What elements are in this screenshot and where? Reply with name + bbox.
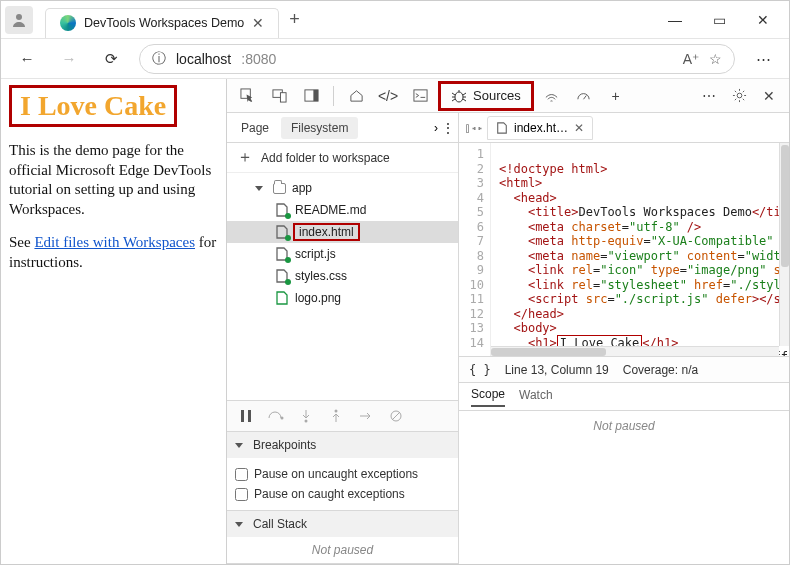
svg-point-12 [305,420,308,423]
address-bar[interactable]: ⓘ localhost:8080 A⁺ ☆ [139,44,735,74]
sources-tab[interactable]: Sources [438,81,534,111]
folder-row[interactable]: app [227,177,458,199]
profile-button[interactable] [5,6,33,34]
code-body[interactable]: <!doctype html> <html> <head> <title>Dev… [491,143,789,356]
minimize-button[interactable]: — [653,2,697,38]
svg-rect-6 [413,90,426,101]
breakpoints-header[interactable]: Breakpoints [227,432,458,458]
section-label: Breakpoints [253,438,316,452]
file-icon [275,291,289,305]
browser-window: DevTools Workspaces Demo ✕ + — ▭ ✕ ← → ⟳… [0,0,790,565]
scope-not-paused: Not paused [593,419,654,433]
devtools-more-button[interactable]: ⋯ [695,83,723,109]
nav-chevron-icon[interactable]: › [434,121,438,135]
file-script[interactable]: script.js [227,243,458,265]
step-button[interactable] [355,405,377,427]
pause-uncaught-checkbox[interactable]: Pause on uncaught exceptions [235,464,450,484]
page-preview: I Love Cake This is the demo page for th… [1,79,226,564]
site-info-icon[interactable]: ⓘ [152,50,166,68]
devtools-settings-button[interactable] [725,83,753,109]
file-readme[interactable]: README.md [227,199,458,221]
checkbox[interactable] [235,488,248,501]
filesystem-tree: app README.md index.html script.js [227,173,458,313]
inspect-icon[interactable] [233,83,261,109]
devtools-close-button[interactable]: ✕ [755,83,783,109]
file-label: index.html [299,225,354,239]
checkbox-label: Pause on caught exceptions [254,487,405,501]
breakpoints-section: Breakpoints Pause on uncaught exceptions… [227,432,458,511]
pause-button[interactable] [235,405,257,427]
new-tab-button[interactable]: + [289,9,300,30]
step-into-button[interactable] [295,405,317,427]
favorite-icon[interactable]: ☆ [709,51,722,67]
add-tab-button[interactable]: + [602,83,630,109]
editor-tab-index[interactable]: index.ht… ✕ [487,116,593,140]
window-controls: — ▭ ✕ [653,2,785,38]
page-heading: I Love Cake [20,90,166,121]
devtools-body: Page Filesystem › ⋮ ＋ Add folder to work… [227,113,789,564]
navigator-tabs: Page Filesystem › ⋮ [227,113,458,143]
file-icon [275,269,289,283]
file-index[interactable]: index.html [227,221,458,243]
svg-point-8 [737,93,742,98]
scope-watch-tabs: Scope Watch [459,383,789,411]
performance-tab-icon[interactable] [570,83,598,109]
file-icon [275,225,289,239]
browser-more-button[interactable]: ⋯ [749,45,777,73]
page-paragraph-1: This is the demo page for the official M… [9,141,218,219]
editor-tabs: ⫿◂▸ index.ht… ✕ [459,113,789,143]
callstack-section: Call Stack Not paused [227,511,458,564]
back-button[interactable]: ← [13,45,41,73]
pause-caught-checkbox[interactable]: Pause on caught exceptions [235,484,450,504]
editor-nav-icon[interactable]: ⫿◂▸ [465,121,483,135]
close-window-button[interactable]: ✕ [741,2,785,38]
reading-mode-icon[interactable]: A⁺ [683,51,699,67]
scope-tab[interactable]: Scope [471,387,505,407]
file-label: README.md [295,203,366,217]
code-hscrollbar[interactable] [491,346,779,356]
file-styles[interactable]: styles.css [227,265,458,287]
page-tab[interactable]: Page [231,117,279,139]
pretty-print-button[interactable]: { } [469,363,491,377]
edge-icon [60,15,76,31]
svg-rect-5 [313,90,318,101]
forward-button[interactable]: → [55,45,83,73]
code-vscrollbar[interactable] [779,143,789,346]
file-logo[interactable]: logo.png [227,287,458,309]
folder-icon [273,183,286,194]
sources-label: Sources [473,88,521,103]
elements-tab-icon[interactable]: </> [374,83,402,109]
tab-close-button[interactable]: ✕ [252,15,264,31]
code-editor[interactable]: 1234567891011121314 <!doctype html> <htm… [459,143,789,357]
nav-overflow-button[interactable]: ⋮ [442,121,454,135]
profile-icon [11,12,27,28]
add-folder-button[interactable]: ＋ Add folder to workspace [227,143,458,173]
maximize-button[interactable]: ▭ [697,2,741,38]
dock-side-icon[interactable] [297,83,325,109]
console-tab-icon[interactable] [406,83,434,109]
device-emulation-icon[interactable] [265,83,293,109]
network-tab-icon[interactable] [538,83,566,109]
callstack-header[interactable]: Call Stack [227,511,458,537]
coverage-status: Coverage: n/a [623,363,698,377]
refresh-button[interactable]: ⟳ [97,45,125,73]
filesystem-tab[interactable]: Filesystem [281,117,358,139]
step-over-button[interactable] [265,405,287,427]
checkbox[interactable] [235,468,248,481]
deactivate-breakpoints-button[interactable] [385,405,407,427]
editor-tab-close[interactable]: ✕ [574,121,584,135]
welcome-tab-icon[interactable] [342,83,370,109]
watch-tab[interactable]: Watch [519,388,553,406]
scope-body: Not paused [459,411,789,564]
browser-tab[interactable]: DevTools Workspaces Demo ✕ [45,8,279,38]
file-label: script.js [295,247,336,261]
url-host: localhost [176,51,231,67]
step-out-button[interactable] [325,405,347,427]
urlbar: ← → ⟳ ⓘ localhost:8080 A⁺ ☆ ⋯ [1,39,789,79]
page-paragraph-2: See Edit files with Workspaces for instr… [9,233,218,272]
file-label: styles.css [295,269,347,283]
file-label: logo.png [295,291,341,305]
content-row: I Love Cake This is the demo page for th… [1,79,789,564]
workspaces-link[interactable]: Edit files with Workspaces [34,234,195,250]
plus-icon: ＋ [237,147,253,168]
